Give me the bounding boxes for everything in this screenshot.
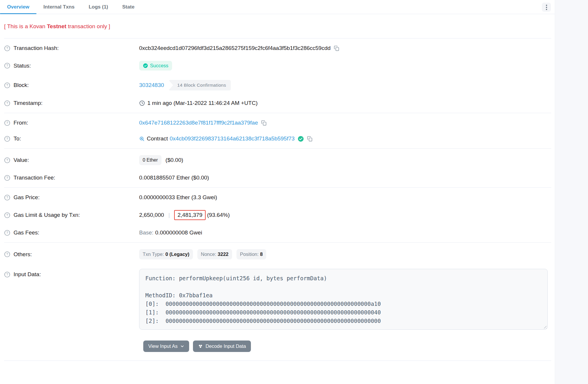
help-icon[interactable]: ? (4, 194, 10, 201)
more-options-button[interactable] (542, 3, 551, 12)
input-data-actions: View Input As Decode Input Data (143, 341, 555, 352)
input-data-line: [1]: 00000000000000000000000000000000000… (145, 308, 542, 317)
transaction-details-page: Overview Internal Txns Logs (1) State [ … (0, 0, 588, 384)
magnifier-plus-icon (139, 136, 145, 142)
row-gas-price: ? Gas Price: 0.0000000033 Ether (3.3 Gwe… (0, 190, 555, 205)
help-icon[interactable]: ? (4, 157, 10, 163)
row-timestamp: ? Timestamp: 1 min ago (Mar-11-2022 11:4… (0, 95, 555, 111)
block-confirmations-badge: 14 Block Confirmations (169, 80, 231, 90)
row-transaction-hash: ? Transaction Hash: 0xcb324eedcd1d07296f… (0, 40, 555, 56)
status-badge: Success (139, 61, 172, 71)
gas-fees-base-value: 0.000000008 Gwei (155, 229, 202, 236)
help-icon[interactable]: ? (4, 136, 10, 142)
transaction-card: Overview Internal Txns Logs (1) State [ … (0, 0, 555, 361)
row-label-text: Gas Limit & Usage by Txn: (14, 212, 80, 218)
row-label-text: Transaction Hash: (14, 45, 59, 51)
txn-type-badge: Txn Type:0 (Legacy) (139, 249, 193, 259)
svg-text:?: ? (6, 121, 8, 125)
copy-icon[interactable] (334, 45, 339, 51)
svg-text:?: ? (6, 64, 8, 67)
svg-text:?: ? (6, 176, 8, 180)
tab-state[interactable]: State (115, 0, 142, 14)
section-gas: ? Gas Price: 0.0000000033 Ether (3.3 Gwe… (0, 188, 555, 242)
block-number-link[interactable]: 30324830 (139, 82, 164, 88)
svg-text:?: ? (6, 252, 8, 256)
row-label-text: Value: (14, 157, 29, 163)
gas-fees-base-label: Base: (139, 229, 154, 236)
row-label-text: Gas Price: (14, 194, 40, 201)
svg-text:?: ? (6, 213, 8, 217)
check-circle-icon (143, 63, 148, 68)
position-badge: Position:8 (236, 249, 266, 259)
input-data-line: [0]: 00000000000000000000000000000000000… (145, 300, 542, 308)
gas-used-percent: (93.64%) (207, 212, 230, 218)
svg-text:?: ? (6, 137, 8, 140)
row-label-text: To: (14, 135, 21, 142)
section-addresses: ? From: 0x647e7168122263d8e7f81f17fff9c2… (0, 113, 555, 148)
row-from: ? From: 0x647e7168122263d8e7f81f17fff9c2… (0, 115, 555, 131)
help-icon[interactable]: ? (4, 100, 10, 106)
tab-logs[interactable]: Logs (1) (81, 0, 115, 14)
copy-icon[interactable] (307, 136, 313, 142)
help-icon[interactable]: ? (4, 120, 10, 126)
help-icon[interactable]: ? (4, 45, 10, 51)
row-gas-fees: ? Gas Fees: Base: 0.000000008 Gwei (0, 225, 555, 241)
gas-price-value: 0.0000000033 Ether (3.3 Gwei) (139, 194, 217, 201)
row-input-data: ? Input Data: Function: performUpkeep(ui… (0, 264, 555, 334)
row-block: ? Block: 30324830 14 Block Confirmations (0, 75, 555, 95)
gas-used-highlight: 2,481,379 (174, 210, 206, 220)
row-gas-limit-usage: ? Gas Limit & Usage by Txn: 2,650,000 | … (0, 205, 555, 225)
input-data-line: [2]: 00000000000000000000000000000000000… (145, 317, 542, 325)
tab-bar: Overview Internal Txns Logs (1) State (0, 0, 555, 14)
decode-input-data-button[interactable]: Decode Input Data (193, 341, 251, 352)
svg-text:?: ? (6, 231, 8, 234)
help-icon[interactable]: ? (4, 212, 10, 218)
timestamp-value: 1 min ago (Mar-11-2022 11:46:24 AM +UTC) (147, 100, 258, 106)
row-others: ? Others: Txn Type:0 (Legacy) Nonce:3222… (0, 244, 555, 264)
decode-icon (198, 344, 203, 349)
divider (4, 360, 551, 361)
copy-icon[interactable] (261, 120, 267, 126)
to-contract-label: Contract (147, 135, 168, 142)
help-icon[interactable]: ? (4, 82, 10, 88)
clock-icon (139, 100, 145, 106)
tab-overview[interactable]: Overview (0, 0, 36, 14)
testnet-warning-bold: Testnet (47, 23, 66, 29)
help-icon[interactable]: ? (4, 230, 10, 236)
section-value: ? Value: 0 Ether ($0.00) ? Transaction F… (0, 149, 555, 187)
input-data-line: MethodID: 0x7bbaf1ea (145, 291, 542, 300)
input-data-box[interactable]: Function: performUpkeep(uint256 id, byte… (139, 269, 548, 330)
usd-value: ($0.00) (166, 157, 183, 163)
transaction-hash-value: 0xcb324eedcd1d07296fdf3d215a2865275f159c… (139, 45, 331, 51)
help-icon[interactable]: ? (4, 175, 10, 181)
nonce-badge: Nonce:3222 (197, 249, 232, 259)
ether-value-badge: 0 Ether (139, 155, 161, 165)
tab-internal-txns[interactable]: Internal Txns (36, 0, 82, 14)
svg-text:?: ? (6, 158, 8, 162)
row-label-text: Block: (14, 82, 29, 88)
view-input-as-button[interactable]: View Input As (143, 341, 189, 352)
row-transaction-fee: ? Transaction Fee: 0.0081885507 Ether ($… (0, 170, 555, 186)
row-to: ? To: Contract 0x4cb093f226983713164a621… (0, 131, 555, 147)
row-label-text: Transaction Fee: (14, 175, 55, 181)
testnet-warning: [ This is a Kovan Testnet transaction on… (0, 14, 555, 38)
row-value: ? Value: 0 Ether ($0.00) (0, 150, 555, 170)
svg-text:?: ? (6, 46, 8, 50)
svg-text:?: ? (6, 273, 8, 276)
gas-limit-value: 2,650,000 (139, 212, 164, 218)
transaction-fee-value: 0.0081885507 Ether ($0.00) (139, 175, 209, 181)
row-label-text: Input Data: (14, 271, 41, 278)
row-label-text: Gas Fees: (14, 229, 39, 236)
from-address-link[interactable]: 0x647e7168122263d8e7f81f17fff9c2f1aa379f… (139, 120, 258, 126)
to-address-link[interactable]: 0x4cb093f226983713164a62138c3f718a5b595f… (170, 135, 295, 142)
input-data-line: Function: performUpkeep(uint256 id, byte… (145, 274, 542, 283)
help-icon[interactable]: ? (4, 271, 10, 278)
help-icon[interactable]: ? (4, 63, 10, 69)
help-icon[interactable]: ? (4, 251, 10, 257)
row-label-text: Timestamp: (14, 100, 43, 106)
section-overview-top: ? Transaction Hash: 0xcb324eedcd1d07296f… (0, 38, 555, 113)
row-label-text: Status: (14, 63, 31, 69)
row-status: ? Status: Success (0, 56, 555, 75)
chevron-down-icon (180, 344, 184, 348)
row-label-text: From: (14, 120, 28, 126)
